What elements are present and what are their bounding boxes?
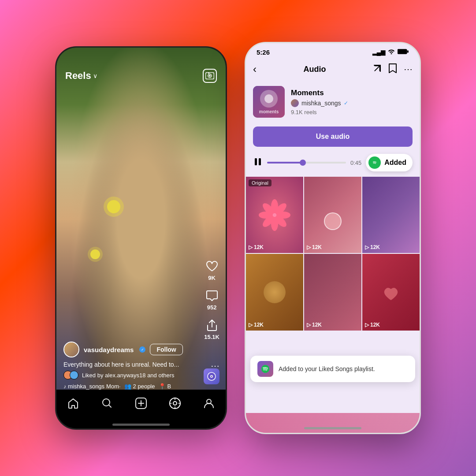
progress-thumb [300,160,306,166]
music-info[interactable]: ♪ mishka_songs Mom· [63,383,121,390]
nav-profile-button[interactable] [203,398,215,412]
video-thumb-3[interactable]: ▷ 12K [362,177,420,253]
original-badge: Original [249,179,271,186]
count-5: 12K [312,322,322,328]
reels-chevron: ∨ [93,72,97,79]
svg-rect-6 [208,72,209,74]
nav-reels-button[interactable] [169,398,181,412]
music-badge[interactable] [204,368,219,384]
reel-caption: Everything about here is unreal. Need to… [63,361,192,368]
comment-count: 952 [207,304,217,311]
track-reels-count: 9.1K reels [291,109,413,115]
location-info[interactable]: 📍 B [159,383,171,390]
follow-button[interactable]: Follow [150,344,182,355]
play-icon-1: ▷ [249,244,253,250]
spotify-toast-icon [257,361,273,377]
right-time: 5:26 [257,48,270,56]
toast-message: Added to your Liked Songs playlist. [279,365,408,372]
location-icon: 📍 [159,383,166,390]
video-thumb-4[interactable]: ▷ 12K [246,254,303,330]
use-audio-button[interactable]: Use audio [253,126,413,147]
track-info: Moments mishka_songs ✓ 9.1K reels [291,89,413,115]
count-1: 12K [254,244,264,250]
video-thumb-5[interactable]: ▷ 12K [304,254,361,330]
nav-home-button[interactable] [67,398,79,412]
right-phone: 5:26 ▂▄▆ [245,42,421,434]
music-note-icon: ♪ [63,383,66,390]
playback-bar: 0:45 Added [246,150,420,177]
music-track: Mom· [106,383,121,390]
audio-page-title: Audio [304,65,326,74]
music-location-row: ♪ mishka_songs Mom· 👥 2 people 📍 B [63,383,192,390]
artist-verified-icon: ✓ [344,100,348,106]
liked-avatars [63,371,78,379]
video-grid: Original ▷ 12K ▷ 12K [246,177,420,331]
right-home-indicator [304,427,361,429]
album-art: moments [253,86,285,118]
spotify-toast: Added to your Liked Songs playlist. [250,356,415,382]
audio-page: 5:26 ▂▄▆ [246,43,420,433]
svg-rect-17 [255,158,257,165]
user-avatar[interactable] [63,342,79,357]
pause-button[interactable] [253,157,263,169]
reels-title: Reels [65,70,91,82]
home-indicator [112,424,170,426]
nav-create-button[interactable] [135,398,147,412]
people-icon: 👥 [124,383,131,390]
count-3: 12K [370,244,380,250]
likes-text: Liked by alex.anyways18 and others [82,372,175,379]
bottom-navigation [56,390,226,428]
play-icon-2: ▷ [307,244,311,250]
play-icon-4: ▷ [249,322,253,328]
audio-track-card: moments Moments mishka_songs ✓ 9.1K reel… [246,81,420,123]
location-text: B [167,383,171,390]
svg-point-5 [209,75,211,77]
audio-nav-bar: ‹ Audio ⋯ [246,60,420,81]
progress-track[interactable] [267,162,346,164]
nav-search-button[interactable] [101,398,113,412]
artist-name: mishka_songs [301,100,341,107]
camera-button[interactable] [203,69,217,83]
share-count: 15.1K [204,334,219,340]
video-stats-5: ▷ 12K [307,322,322,328]
right-battery-icon [398,49,409,56]
play-icon-6: ▷ [365,322,369,328]
count-2: 12K [312,244,322,250]
user-row: vasudaydreams ✓ Follow [63,342,192,357]
username: vasudaydreams [84,346,134,353]
share-icon [205,319,219,332]
bookmark-button[interactable] [389,63,397,75]
comment-button[interactable]: 952 [205,289,219,311]
like-button[interactable]: 9K [205,260,219,281]
more-options-audio-button[interactable]: ⋯ [404,64,413,74]
count-6: 12K [370,322,380,328]
right-status-icons: ▂▄▆ [372,49,409,56]
right-status-bar: 5:26 ▂▄▆ [246,43,420,60]
svg-rect-16 [407,51,409,53]
video-thumb-1[interactable]: Original ▷ 12K [246,177,303,253]
flower-decoration-2 [90,249,100,259]
share-button[interactable]: 15.1K [204,319,219,340]
video-thumb-6[interactable]: ▷ 12K [362,254,420,330]
back-button[interactable]: ‹ [253,63,257,75]
nav-icons-right: ⋯ [373,63,413,75]
video-stats-2: ▷ 12K [307,244,322,250]
share-link-button[interactable] [373,64,382,75]
track-artist-row: mishka_songs ✓ [291,99,413,107]
reels-action-buttons: 9K 952 [204,260,219,340]
album-label: moments [259,109,279,114]
music-artist: mishka_songs [68,383,104,390]
reels-top-bar: Reels ∨ [56,69,226,83]
play-icon-3: ▷ [365,244,369,250]
added-text: Added [384,159,406,167]
svg-point-9 [211,376,212,377]
people-info[interactable]: 👥 2 people [124,383,155,390]
added-badge[interactable]: Added [366,154,413,171]
reels-bottom-info: vasudaydreams ✓ Follow Everything about … [56,342,199,390]
play-icon-5: ▷ [307,322,311,328]
video-stats-3: ▷ 12K [365,244,380,250]
video-stats-6: ▷ 12K [365,322,380,328]
people-count: 2 people [133,383,155,390]
track-title: Moments [291,89,413,97]
video-thumb-2[interactable]: ▷ 12K [304,177,361,253]
